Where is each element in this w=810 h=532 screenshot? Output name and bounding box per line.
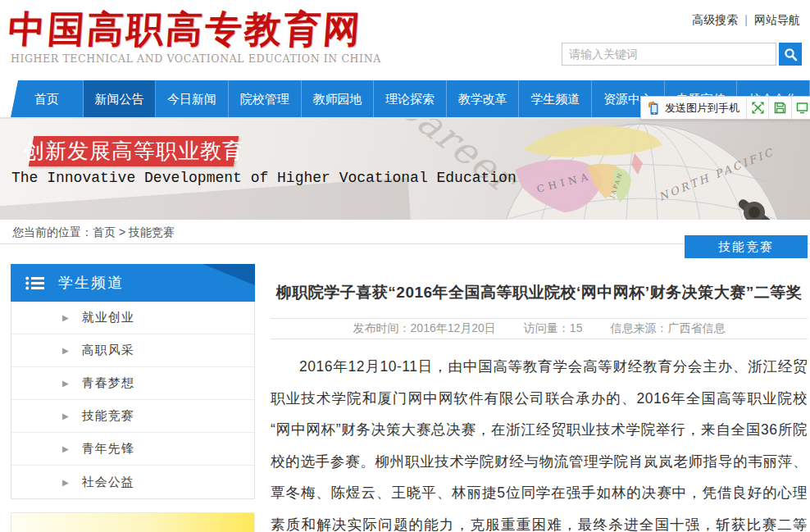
monitor-icon (796, 102, 808, 114)
save-image-button[interactable] (768, 97, 790, 119)
nav-item-home[interactable]: 首页 (11, 80, 84, 117)
visit-count: 访问量：15 (524, 321, 583, 336)
sidebar-item-label: 技能竞赛 (82, 408, 134, 424)
sidebar-menu: ▶ 就业创业 ▶ 高职风采 ▶ 青春梦想 ▶ 技能竞赛 ▶ 青年先锋 ▶ 社会公… (11, 302, 255, 499)
sidebar-item-skill-competition[interactable]: ▶ 技能竞赛 (11, 400, 254, 433)
banner-subheadline: The Innovative Development of Higher Voc… (11, 170, 516, 186)
sidebar-title: 学生频道 (58, 273, 124, 293)
triangle-marker-icon: ▶ (62, 478, 69, 487)
triangle-marker-icon: ▶ (62, 379, 69, 388)
sidebar-item-label: 高职风采 (82, 343, 134, 358)
breadcrumb-current: 技能竞赛 (129, 225, 175, 239)
save-icon (774, 102, 786, 114)
triangle-marker-icon: ▶ (62, 444, 69, 453)
sidebar: 学生频道 ▶ 就业创业 ▶ 高职风采 ▶ 青春梦想 ▶ 技能竞赛 ▶ 青年先锋 (11, 264, 255, 499)
sidebar-promo-banner[interactable] (11, 512, 255, 532)
image-toolbar-overlay: 发送图片到手机 (640, 96, 810, 120)
sidebar-item-youth-pioneer[interactable]: ▶ 青年先锋 (11, 433, 254, 466)
expand-image-button[interactable] (746, 97, 768, 119)
info-source: 信息来源：广西省信息 (610, 321, 725, 336)
sidebar-item-label: 青春梦想 (82, 375, 134, 391)
publish-time: 发布时间：2016年12月20日 (353, 321, 496, 336)
search-icon (784, 48, 798, 61)
category-badge[interactable]: 技能竞赛 (685, 235, 808, 258)
triangle-marker-icon: ▶ (62, 346, 69, 355)
nav-item-theory[interactable]: 理论探索 (374, 80, 447, 117)
site-logo-subtitle: HIGHER TECHNICAL AND VOCATIONAL EDUCATIO… (11, 52, 381, 65)
hero-banner: Career CHINA JAPA (0, 119, 810, 220)
expand-icon (752, 102, 764, 114)
breadcrumb-prefix: 您当前的位置： (12, 225, 93, 239)
site-header: 中国高职高专教育网 HIGHER TECHNICAL AND VOCATIONA… (0, 0, 810, 80)
article-title: 柳职院学子喜获“2016年全国高等职业院校‘网中网杯’财务决策大赛”二等奖 (271, 271, 808, 318)
globe-image: CHINA JAPAN NORTH PACIFIC (490, 120, 794, 220)
article-body: 2016年12月10-11日，由中国高等教育学会高等财经教育分会主办、浙江经贸职… (271, 351, 808, 532)
nav-item-today-news[interactable]: 今日新闻 (156, 80, 229, 117)
sidebar-item-label: 就业创业 (82, 310, 134, 325)
sidebar-item-label: 社会公益 (82, 475, 134, 490)
sidebar-header: 学生频道 (11, 264, 255, 302)
search-bar (562, 43, 802, 66)
triangle-marker-icon: ▶ (62, 313, 69, 322)
header-links: 高级搜索|网站导航 (692, 13, 800, 28)
list-icon (25, 276, 45, 290)
sidebar-item-employment[interactable]: ▶ 就业创业 (11, 302, 254, 334)
sidebar-item-social-welfare[interactable]: ▶ 社会公益 (11, 466, 254, 498)
breadcrumb: 您当前的位置：首页 > 技能竞赛 (12, 225, 175, 240)
send-to-phone-label: 发送图片到手机 (665, 101, 739, 116)
nav-item-college-management[interactable]: 院校管理 (229, 80, 302, 117)
breadcrumb-home-link[interactable]: 首页 (93, 225, 116, 239)
link-separator: | (744, 13, 748, 26)
site-nav-link[interactable]: 网站导航 (754, 13, 800, 26)
article: 柳职院学子喜获“2016年全国高等职业院校‘网中网杯’财务决策大赛”二等奖 发布… (271, 271, 808, 532)
sidebar-header-fold (202, 264, 255, 285)
site-logo[interactable]: 中国高职高专教育网 (7, 5, 364, 54)
triangle-marker-icon: ▶ (62, 412, 69, 421)
send-to-phone-button[interactable]: 发送图片到手机 (641, 101, 746, 116)
advanced-search-link[interactable]: 高级搜索 (692, 13, 738, 26)
page: 中国高职高专教育网 HIGHER TECHNICAL AND VOCATIONA… (0, 0, 810, 532)
nav-item-teaching-reform[interactable]: 教学改革 (447, 80, 520, 117)
more-image-tool-button[interactable] (791, 97, 810, 119)
nav-item-teacher-area[interactable]: 教师园地 (302, 80, 375, 117)
sidebar-item-youth-dream[interactable]: ▶ 青春梦想 (11, 367, 254, 400)
banner-ribbon: 创新发展高等职业教育 (29, 136, 239, 166)
search-input[interactable] (562, 43, 776, 66)
nav-item-news-announce[interactable]: 新闻公告 (84, 80, 157, 117)
sidebar-item-vocational-style[interactable]: ▶ 高职风采 (11, 334, 254, 367)
phone-send-icon (648, 101, 660, 116)
breadcrumb-separator: > (119, 225, 125, 239)
article-paragraph: 2016年12月10-11日，由中国高等教育学会高等财经教育分会主办、浙江经贸职… (271, 351, 808, 532)
sidebar-item-label: 青年先锋 (82, 441, 134, 457)
search-button[interactable] (779, 43, 802, 66)
article-meta: 发布时间：2016年12月20日 访问量：15 信息来源：广西省信息 (271, 318, 808, 339)
banner-headline: 创新发展高等职业教育 (23, 137, 244, 166)
nav-item-student-channel[interactable]: 学生频道 (519, 80, 592, 117)
